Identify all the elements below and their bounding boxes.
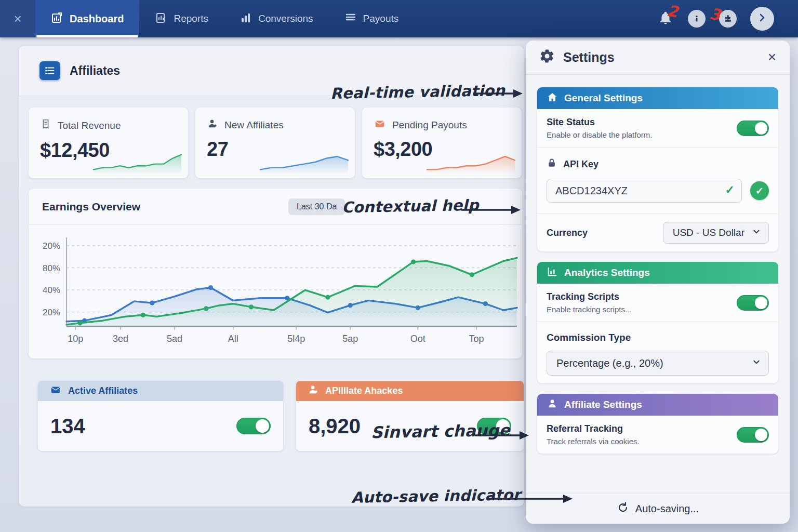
bar-chart-icon (240, 11, 252, 26)
stat-card-pending-payouts: Pending Payouts $3,200 (362, 108, 522, 178)
stat-label: Pending Payouts (392, 119, 467, 131)
tab-dashboard[interactable]: Dashboard (35, 0, 139, 37)
svg-text:10p: 10p (68, 334, 83, 344)
settings-header: Settings × (526, 41, 790, 75)
site-status-label: Site Status (547, 117, 652, 128)
svg-text:20%: 20% (43, 241, 60, 251)
user-icon (547, 398, 558, 412)
sidebar-close-button[interactable]: × (0, 0, 35, 37)
card-value: 134 (50, 415, 85, 438)
tab-payouts[interactable]: Payouts (329, 0, 415, 37)
card-value: 8,920 (309, 415, 361, 438)
toggle-knob (755, 297, 767, 309)
annotation-arrow (472, 87, 524, 100)
user-icon (207, 118, 218, 132)
analytics-settings-header: Analytics Settings (537, 262, 778, 284)
gear-icon (539, 48, 555, 66)
chevron-down-icon (752, 357, 761, 369)
tab-label: Dashboard (70, 13, 124, 25)
close-icon: × (14, 11, 21, 27)
expand-panel-button[interactable] (750, 7, 774, 31)
currency-label: Currency (547, 228, 588, 238)
general-settings-section: General Settings Site Status Enable or d… (537, 87, 778, 251)
annotation-arrow (474, 429, 530, 442)
tab-conversions[interactable]: Conversions (224, 0, 329, 37)
analytics-settings-section: Analytics Settings Tracking Scripts Enab… (537, 262, 778, 383)
currency-row: Currency USD - US Dollar (537, 214, 778, 251)
card-title: Active Affiliates (68, 385, 138, 396)
chevron-right-icon (756, 11, 768, 26)
site-status-desc: Enable or disable the platform. (547, 130, 652, 139)
lock-icon (547, 157, 557, 171)
api-key-label: API Key (563, 159, 598, 170)
tracking-scripts-desc: Enable tracking scripts... (547, 305, 631, 314)
tracking-scripts-label: Tracking Scripts (547, 291, 631, 302)
envelope-icon (374, 118, 386, 132)
currency-select[interactable]: USD - US Dollar (663, 222, 769, 244)
nav-tabs: Dashboard Reports Conversions Payouts (35, 0, 414, 37)
annotation-contextual-help: Contextual help (342, 196, 479, 217)
annotation-arrow (487, 493, 575, 505)
validation-check-badge: ✓ (750, 181, 769, 200)
svg-text:5ap: 5ap (342, 334, 358, 344)
info-button[interactable] (688, 10, 706, 28)
earnings-chart: 20%80%40%20%10p3ed5adAll5l4p5apOotTop (34, 226, 520, 355)
referral-tracking-toggle[interactable] (737, 427, 769, 443)
commission-type-label: Commission Type (547, 332, 769, 343)
settings-panel: Settings × General Settings Site Status … (526, 41, 790, 524)
affiliates-sparkline (259, 149, 350, 174)
active-affiliates-toggle[interactable] (236, 418, 271, 434)
tracking-scripts-toggle[interactable] (737, 295, 769, 311)
earnings-title: Earnings Overview (42, 201, 140, 213)
svg-text:Oot: Oot (410, 334, 425, 344)
check-icon: ✓ (755, 185, 764, 197)
stat-card-new-affiliates: New Affiliates 27 (195, 108, 355, 178)
toggle-knob (755, 122, 767, 135)
toggle-knob (256, 419, 269, 433)
tab-label: Conversions (258, 13, 313, 24)
affiliate-ahackes-header: APIlllate Ahackes (296, 381, 524, 401)
affiliate-settings-section: Affiliate Settings Referral Tracking Tra… (537, 394, 778, 454)
account-button[interactable] (719, 10, 737, 28)
api-key-input[interactable] (547, 179, 742, 203)
svg-text:5ad: 5ad (167, 334, 182, 344)
svg-text:All: All (228, 334, 238, 344)
general-settings-header: General Settings (537, 87, 778, 109)
date-range-button[interactable]: Last 30 Da (288, 198, 345, 215)
site-status-toggle[interactable] (737, 121, 769, 136)
payouts-sparkline (425, 149, 516, 174)
autosave-text: Auto-saving... (635, 503, 699, 515)
envelope-icon (49, 384, 62, 398)
annotation-arrow (460, 204, 522, 216)
revenue-sparkline (92, 149, 183, 174)
referral-tracking-row: Referral Tracking Track referrals via co… (537, 416, 778, 454)
tracking-scripts-row: Tracking Scripts Enable tracking scripts… (537, 284, 778, 322)
affiliate-settings-header: Affiliate Settings (537, 394, 778, 416)
currency-value: USD - US Dollar (673, 227, 744, 238)
commission-type-select[interactable]: Percentage (e.g., 20%) (547, 351, 769, 376)
card-title: APIlllate Ahackes (325, 385, 403, 396)
svg-text:Top: Top (469, 334, 484, 344)
stats-row: Total Revenue $12,450 New Affiliates 27 … (29, 108, 522, 178)
stat-label: Total Revenue (58, 120, 121, 131)
api-key-row: API Key ✓ ✓ (537, 148, 778, 214)
svg-text:40%: 40% (43, 285, 60, 295)
check-icon: ✓ (725, 183, 735, 197)
user-icon (308, 384, 319, 398)
site-status-row: Site Status Enable or disable the platfo… (537, 109, 778, 148)
stat-label: New Affiliates (224, 119, 284, 131)
referral-tracking-desc: Track referrals via cookies. (547, 437, 640, 446)
analytics-icon (547, 266, 558, 280)
close-icon[interactable]: × (768, 50, 776, 64)
list-icon (344, 11, 357, 26)
section-title: Affiliate Settings (564, 399, 642, 410)
dashboard-icon (51, 11, 63, 26)
chevron-down-icon (752, 227, 761, 239)
info-icon (688, 10, 706, 28)
commission-type-row: Commission Type Percentage (e.g., 20%) (537, 322, 778, 383)
home-icon (547, 91, 558, 105)
refresh-icon (617, 501, 629, 516)
svg-text:20%: 20% (43, 308, 60, 317)
tab-reports[interactable]: Reports (139, 0, 224, 37)
section-title: Analytics Settings (564, 267, 650, 278)
